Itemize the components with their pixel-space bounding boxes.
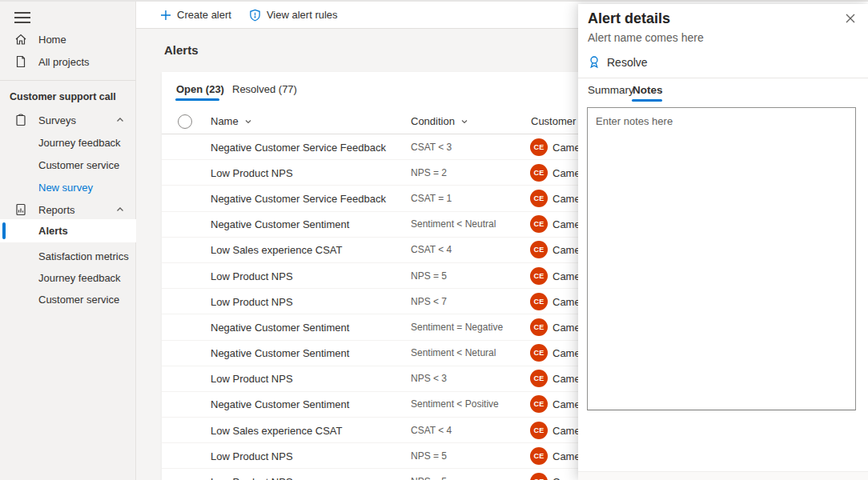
hamburger-menu-icon[interactable]	[14, 9, 32, 23]
tab-summary[interactable]: Summary	[588, 84, 634, 96]
chevron-down-icon	[460, 118, 468, 126]
sidebar-item-label: Journey feedback	[38, 272, 121, 284]
row-condition: Sentiment = Negative	[411, 322, 503, 333]
sidebar-divider	[0, 80, 136, 81]
row-condition: CSAT < 3	[411, 142, 452, 153]
row-name: Negative Customer Sentiment	[211, 321, 349, 333]
column-header-name[interactable]: Name	[211, 115, 252, 127]
tab-notes[interactable]: Notes	[633, 84, 663, 96]
row-name: Low Product NPS	[211, 270, 293, 282]
active-panel-tab-indicator	[632, 99, 662, 102]
sidebar-item-label: Customer service	[38, 294, 119, 306]
sidebar-item-home[interactable]: Home	[0, 28, 136, 50]
column-customer-label: Customer	[531, 115, 576, 127]
sidebar-item-label: Journey feedback	[38, 137, 121, 149]
row-condition: NPS < 3	[411, 373, 447, 384]
customer-avatar: CE	[530, 344, 548, 362]
customer-avatar: CE	[530, 138, 548, 156]
row-condition: CSAT = 1	[411, 193, 452, 204]
sidebar-item-journey-feedback-survey[interactable]: Journey feedback	[0, 131, 136, 154]
sidebar-item-label: Satisfaction metrics	[38, 250, 129, 262]
sidebar-item-all-projects[interactable]: All projects	[0, 50, 136, 73]
customer-avatar: CE	[530, 241, 548, 258]
column-header-condition[interactable]: Condition	[411, 115, 468, 127]
view-alert-rules-button[interactable]: View alert rules	[249, 9, 338, 22]
sidebar-item-journey-feedback-report[interactable]: Journey feedback	[0, 266, 136, 289]
customer-avatar: CE	[530, 267, 548, 285]
tab-resolved[interactable]: Resolved (77)	[232, 83, 297, 95]
row-name: Negative Customer Sentiment	[211, 347, 349, 359]
chevron-up-icon[interactable]	[115, 115, 125, 125]
row-name: Low Product NPS	[211, 295, 293, 307]
customer-avatar: CE	[530, 422, 548, 439]
report-chart-icon	[14, 203, 27, 216]
tab-open[interactable]: Open (23)	[176, 83, 224, 95]
sidebar-item-label: Customer service	[38, 159, 119, 171]
sidebar-item-reports[interactable]: Reports	[0, 198, 136, 221]
sidebar-item-label: Home	[38, 34, 66, 46]
row-condition: CSAT < 4	[411, 425, 452, 436]
column-name-label: Name	[211, 115, 239, 127]
panel-title: Alert details	[588, 10, 670, 27]
shield-icon	[249, 9, 261, 22]
sidebar-item-customer-service-report[interactable]: Customer service	[0, 288, 136, 310]
row-condition: Sentiment < Positive	[411, 398, 499, 410]
customer-avatar: CE	[530, 164, 548, 182]
customer-avatar: CE	[530, 370, 548, 387]
sidebar: Home All projects Customer support call …	[0, 2, 136, 480]
row-name: Negative Customer Service Feedback	[211, 192, 386, 204]
sidebar-item-alerts[interactable]: Alerts	[0, 219, 136, 242]
row-name: Negative Customer Sentiment	[211, 218, 349, 230]
document-icon	[14, 55, 27, 68]
sidebar-item-satisfaction-metrics[interactable]: Satisfaction metrics	[0, 245, 136, 267]
customer-avatar: CE	[530, 447, 548, 465]
notes-input[interactable]	[587, 107, 856, 410]
active-tab-indicator	[175, 98, 219, 101]
customer-avatar: CE	[530, 293, 548, 310]
row-name: Low Sales experience CSAT	[211, 424, 343, 436]
sidebar-item-new-survey[interactable]: New survey	[0, 176, 136, 198]
row-name: Negative Customer Service Feedback	[211, 141, 386, 153]
panel-divider	[578, 78, 868, 78]
row-name: Negative Customer Sentiment	[211, 398, 349, 410]
chevron-up-icon[interactable]	[115, 205, 125, 214]
row-condition: NPS < 7	[411, 296, 447, 307]
customer-avatar: CE	[530, 190, 548, 207]
clipboard-icon	[14, 114, 27, 126]
customer-avatar: CE	[530, 215, 548, 233]
row-name: Low Product NPS	[211, 166, 293, 178]
alert-name: Alert name comes here	[588, 31, 704, 44]
customer-avatar: CE	[530, 318, 548, 336]
resolve-label: Resolve	[607, 56, 648, 69]
project-section-label: Customer support call	[10, 91, 116, 102]
row-condition: Sentiment < Neutral	[411, 218, 496, 230]
sidebar-item-surveys[interactable]: Surveys	[0, 109, 136, 131]
page-title: Alerts	[164, 43, 199, 57]
customer-avatar: CE	[530, 395, 548, 413]
chevron-down-icon	[244, 118, 252, 126]
sidebar-item-label: All projects	[38, 56, 90, 68]
alert-details-panel: Alert details Alert name comes here Reso…	[578, 4, 868, 480]
column-header-customer: Customer	[531, 115, 576, 127]
row-condition: NPS = 2	[411, 167, 447, 178]
sidebar-item-customer-service-survey[interactable]: Customer service	[0, 154, 136, 176]
customer-avatar: CE	[530, 473, 548, 480]
row-name: Low Sales experience CSAT	[211, 244, 343, 256]
view-alert-rules-label: View alert rules	[267, 9, 338, 21]
create-alert-label: Create alert	[177, 9, 231, 21]
resolve-button[interactable]: Resolve	[588, 55, 648, 69]
row-name: Low Product NPS	[211, 450, 293, 462]
panel-footer	[578, 471, 868, 480]
close-icon[interactable]	[843, 12, 858, 26]
plus-icon	[160, 10, 171, 21]
select-all-checkbox[interactable]	[178, 114, 192, 129]
row-condition: CSAT < 4	[411, 244, 452, 255]
sidebar-item-label: Surveys	[38, 114, 76, 126]
sidebar-item-label: Reports	[38, 204, 75, 216]
row-condition: NPS = 5	[411, 450, 447, 462]
row-name: Low Product NPS	[211, 373, 293, 385]
create-alert-button[interactable]: Create alert	[160, 9, 231, 21]
row-condition: NPS = 5	[411, 270, 447, 282]
row-condition: Sentiment < Netural	[411, 347, 496, 358]
sidebar-item-label: New survey	[38, 182, 93, 194]
